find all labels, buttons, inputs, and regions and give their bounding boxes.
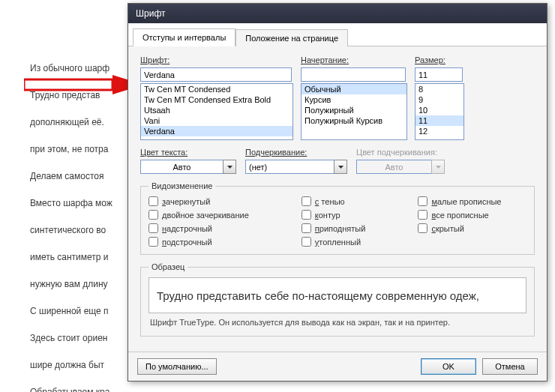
checkbox[interactable] bbox=[418, 223, 428, 233]
tab-page-position[interactable]: Положение на странице bbox=[236, 29, 348, 46]
effect-checkbox[interactable]: приподнятый bbox=[302, 223, 366, 233]
list-item[interactable]: Полужирный bbox=[302, 105, 406, 115]
color-label: Цвет текста: bbox=[140, 148, 236, 157]
color-combo[interactable] bbox=[140, 160, 236, 174]
checkbox[interactable] bbox=[418, 196, 428, 206]
font-input[interactable] bbox=[140, 67, 292, 82]
effect-checkbox[interactable]: надстрочный bbox=[148, 223, 249, 233]
effect-checkbox[interactable]: подстрочный bbox=[148, 237, 249, 247]
tab-strip: Отступы и интервалы Положение на страниц… bbox=[128, 23, 547, 46]
effects-legend: Видоизменение bbox=[148, 181, 215, 190]
list-item[interactable]: Полужирный Курсив bbox=[302, 115, 406, 126]
size-input[interactable] bbox=[415, 67, 463, 82]
size-listbox[interactable]: 89101112 bbox=[415, 83, 464, 140]
checkbox[interactable] bbox=[302, 210, 311, 220]
color-value[interactable] bbox=[140, 160, 223, 174]
checkbox[interactable] bbox=[302, 223, 311, 233]
list-item[interactable]: Vani bbox=[141, 115, 292, 126]
checkbox[interactable] bbox=[148, 223, 158, 233]
sample-preview: Трудно представить себе по-настоящему со… bbox=[148, 277, 526, 313]
default-button[interactable]: По умолчанию... bbox=[137, 358, 217, 375]
checkbox[interactable] bbox=[418, 210, 428, 220]
checkbox[interactable] bbox=[302, 196, 311, 206]
ul-color-label: Цвет подчеркивания: bbox=[356, 148, 445, 157]
list-item[interactable]: 10 bbox=[416, 105, 464, 115]
sample-group: Образец Трудно представить себе по-насто… bbox=[140, 262, 535, 337]
dropdown-icon bbox=[431, 160, 445, 174]
background-text: Обрабатываем кра bbox=[30, 384, 165, 392]
list-item[interactable]: Курсив bbox=[302, 94, 406, 105]
cancel-button[interactable]: Отмена bbox=[482, 358, 538, 375]
list-item[interactable]: 9 bbox=[416, 94, 464, 105]
font-hint: Шрифт TrueType. Он используется для выво… bbox=[150, 318, 525, 327]
font-dialog: Шрифт Отступы и интервалы Положение на с… bbox=[128, 3, 548, 382]
dropdown-icon[interactable] bbox=[334, 160, 347, 174]
dialog-titlebar[interactable]: Шрифт bbox=[128, 4, 547, 23]
checkbox[interactable] bbox=[148, 210, 158, 220]
list-item[interactable]: Обычный bbox=[302, 84, 406, 94]
ok-button[interactable]: OK bbox=[421, 358, 476, 375]
underline-combo[interactable] bbox=[245, 160, 347, 174]
effect-checkbox[interactable]: скрытый bbox=[418, 223, 501, 233]
effects-group: Видоизменение зачеркнутыйдвойное зачерки… bbox=[140, 181, 535, 255]
tab-indents[interactable]: Отступы и интервалы bbox=[133, 28, 236, 46]
list-item[interactable]: Tw Cen MT Condensed bbox=[141, 84, 292, 94]
ul-color-combo bbox=[356, 160, 445, 174]
size-label: Размер: bbox=[415, 55, 463, 64]
effect-checkbox[interactable]: контур bbox=[302, 210, 366, 220]
dropdown-icon[interactable] bbox=[223, 160, 236, 174]
style-input[interactable] bbox=[301, 67, 406, 82]
ul-color-value bbox=[356, 160, 431, 174]
list-item[interactable]: 12 bbox=[416, 126, 464, 136]
underline-value[interactable] bbox=[245, 160, 334, 174]
checkbox[interactable] bbox=[148, 196, 158, 206]
sample-legend: Образец bbox=[148, 262, 188, 271]
list-item[interactable]: 11 bbox=[416, 115, 464, 126]
effect-checkbox[interactable]: с тенью bbox=[302, 196, 366, 206]
font-label: Шрифт: bbox=[140, 55, 292, 64]
effect-checkbox[interactable]: все прописные bbox=[418, 210, 501, 220]
effect-checkbox[interactable]: утопленный bbox=[302, 237, 366, 247]
list-item[interactable]: Utsaah bbox=[141, 105, 292, 115]
list-item[interactable]: Tw Cen MT Condensed Extra Bold bbox=[141, 94, 292, 105]
effect-checkbox[interactable]: зачеркнутый bbox=[148, 196, 249, 206]
effect-checkbox[interactable]: малые прописные bbox=[418, 196, 501, 206]
checkbox[interactable] bbox=[302, 237, 311, 247]
list-item[interactable]: Verdana bbox=[141, 126, 292, 136]
effect-checkbox[interactable]: двойное зачеркивание bbox=[148, 210, 249, 220]
style-label: Начертание: bbox=[301, 55, 406, 64]
underline-label: Подчеркивание: bbox=[245, 148, 347, 157]
checkbox[interactable] bbox=[148, 237, 158, 247]
style-listbox[interactable]: ОбычныйКурсивПолужирныйПолужирный Курсив bbox=[301, 83, 407, 140]
font-listbox[interactable]: Tw Cen MT CondensedTw Cen MT Condensed E… bbox=[140, 83, 293, 140]
list-item[interactable]: 8 bbox=[416, 84, 464, 94]
